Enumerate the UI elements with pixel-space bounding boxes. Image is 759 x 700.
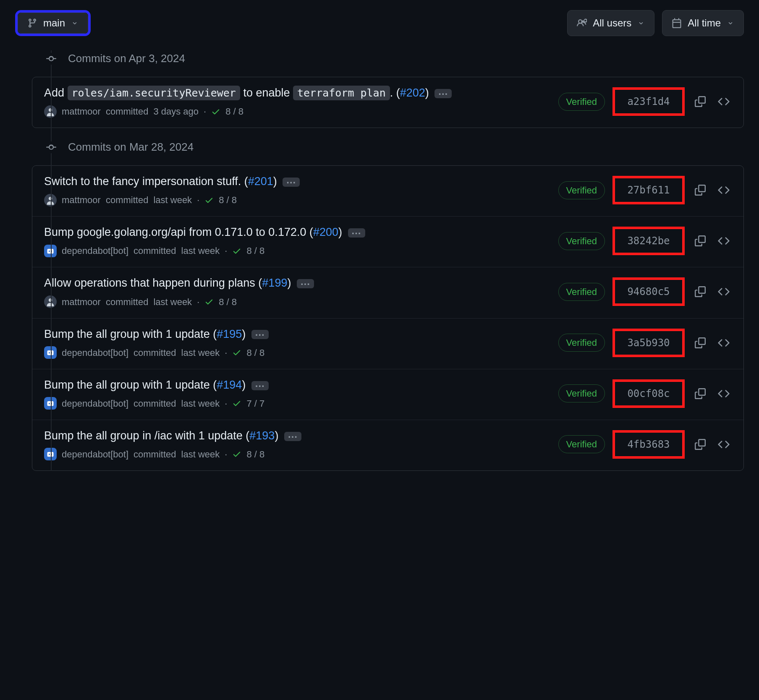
copy-sha-button[interactable] [692, 436, 708, 452]
expand-message-button[interactable]: … [348, 228, 365, 238]
commit-committed-word: committed [106, 104, 148, 118]
commit-row: Add roles/iam.securityReviewer to enable… [32, 77, 743, 128]
avatar[interactable] [44, 194, 57, 206]
browse-code-button[interactable] [716, 436, 732, 452]
avatar[interactable] [44, 105, 57, 118]
commit-committed-word: committed [106, 295, 148, 309]
commit-sha[interactable]: 27bf611 [627, 184, 670, 196]
commit-author[interactable]: mattmoor [62, 104, 101, 118]
commit-checks[interactable]: 8 / 8 [246, 244, 264, 258]
check-icon[interactable] [211, 107, 220, 116]
check-icon[interactable] [204, 196, 214, 205]
expand-message-button[interactable]: … [283, 178, 300, 187]
browse-code-button[interactable] [716, 233, 732, 249]
sha-highlight: 3a5b930 [612, 329, 685, 357]
copy-sha-button[interactable] [692, 335, 708, 351]
sha-highlight: a23f1d4 [612, 87, 685, 116]
branch-selector[interactable]: main [18, 13, 88, 34]
calendar-icon [672, 18, 682, 28]
commit-title[interactable]: Add roles/iam.securityReviewer to enable… [44, 85, 550, 101]
commit-sha[interactable]: 3a5b930 [627, 337, 670, 349]
check-icon[interactable] [232, 449, 241, 459]
pr-link[interactable]: #194 [217, 379, 242, 391]
svg-rect-6 [47, 350, 54, 355]
avatar[interactable] [44, 397, 57, 410]
commit-sha[interactable]: 4fb3683 [627, 439, 670, 450]
commit-row: Bump the all group with 1 update (#194) … [32, 369, 743, 420]
commit-checks[interactable]: 8 / 8 [219, 193, 237, 207]
pr-link[interactable]: #200 [313, 226, 338, 238]
commit-checks[interactable]: 7 / 7 [246, 397, 264, 410]
expand-message-button[interactable]: … [251, 381, 269, 390]
users-filter[interactable]: All users [567, 10, 654, 36]
verified-badge[interactable]: Verified [558, 384, 605, 402]
browse-code-button[interactable] [716, 386, 732, 402]
avatar[interactable] [44, 245, 57, 257]
commit-title[interactable]: Switch to the fancy impersonation stuff.… [44, 173, 550, 190]
avatar[interactable] [44, 346, 57, 359]
commit-sha[interactable]: 38242be [627, 235, 670, 247]
commit-checks[interactable]: 8 / 8 [219, 295, 237, 309]
expand-message-button[interactable]: … [434, 89, 452, 98]
commit-checks[interactable]: 8 / 8 [225, 104, 243, 118]
toolbar: main All users All time [15, 10, 744, 36]
browse-code-button[interactable] [716, 94, 732, 110]
copy-sha-button[interactable] [692, 94, 708, 110]
commit-title[interactable]: Bump the all group with 1 update (#194) … [44, 377, 550, 393]
commit-group-header: Commits on Apr 3, 2024 [44, 50, 744, 67]
pr-link[interactable]: #193 [249, 429, 275, 442]
copy-sha-button[interactable] [692, 386, 708, 402]
check-icon[interactable] [232, 399, 241, 408]
check-icon[interactable] [232, 348, 241, 357]
copy-sha-button[interactable] [692, 284, 708, 300]
time-filter[interactable]: All time [662, 10, 744, 36]
verified-badge[interactable]: Verified [558, 334, 605, 352]
copy-sha-button[interactable] [692, 182, 708, 198]
pr-link[interactable]: #202 [400, 86, 425, 99]
check-icon[interactable] [204, 297, 214, 306]
check-icon[interactable] [232, 246, 241, 256]
verified-badge[interactable]: Verified [558, 232, 605, 250]
commit-meta: dependabot[bot] committed last week · 8 … [44, 244, 550, 258]
commit-checks[interactable]: 8 / 8 [246, 447, 264, 461]
svg-rect-12 [47, 452, 54, 457]
time-label: All time [688, 17, 721, 29]
commit-author[interactable]: dependabot[bot] [62, 346, 128, 360]
branch-highlight: main [15, 10, 91, 36]
commit-title[interactable]: Bump the all group in /iac with 1 update… [44, 428, 550, 444]
verified-badge[interactable]: Verified [558, 93, 605, 111]
commit-author[interactable]: mattmoor [62, 295, 101, 309]
commit-title[interactable]: Bump the all group with 1 update (#195) … [44, 326, 550, 342]
svg-point-1 [49, 197, 52, 200]
avatar[interactable] [44, 448, 57, 460]
verified-badge[interactable]: Verified [558, 435, 605, 453]
verified-badge[interactable]: Verified [558, 283, 605, 301]
avatar[interactable] [44, 295, 57, 308]
commit-author[interactable]: mattmoor [62, 193, 101, 207]
verified-badge[interactable]: Verified [558, 181, 605, 199]
browse-code-button[interactable] [716, 335, 732, 351]
commit-committed-word: committed [133, 447, 176, 461]
svg-rect-9 [47, 401, 54, 406]
pr-link[interactable]: #201 [248, 175, 273, 188]
commit-author[interactable]: dependabot[bot] [62, 244, 128, 258]
commit-sha[interactable]: 94680c5 [627, 286, 670, 298]
commit-sha[interactable]: 00cf08c [627, 388, 670, 400]
expand-message-button[interactable]: … [284, 432, 301, 441]
copy-sha-button[interactable] [692, 233, 708, 249]
commit-meta: mattmoor committed last week · 8 / 8 [44, 193, 550, 207]
expand-message-button[interactable]: … [251, 330, 269, 339]
pr-link[interactable]: #199 [262, 277, 287, 289]
browse-code-button[interactable] [716, 182, 732, 198]
commit-meta: mattmoor committed 3 days ago · 8 / 8 [44, 104, 550, 118]
commit-author[interactable]: dependabot[bot] [62, 447, 128, 461]
pr-link[interactable]: #195 [217, 328, 242, 340]
commit-sha[interactable]: a23f1d4 [627, 96, 670, 107]
commit-title[interactable]: Allow operations that happen during plan… [44, 275, 550, 291]
commit-title[interactable]: Bump google.golang.org/api from 0.171.0 … [44, 224, 550, 240]
commit-author[interactable]: dependabot[bot] [62, 397, 128, 410]
browse-code-button[interactable] [716, 284, 732, 300]
expand-message-button[interactable]: … [297, 279, 314, 288]
commit-checks[interactable]: 8 / 8 [246, 346, 264, 360]
commit-list: Switch to the fancy impersonation stuff.… [32, 165, 744, 471]
